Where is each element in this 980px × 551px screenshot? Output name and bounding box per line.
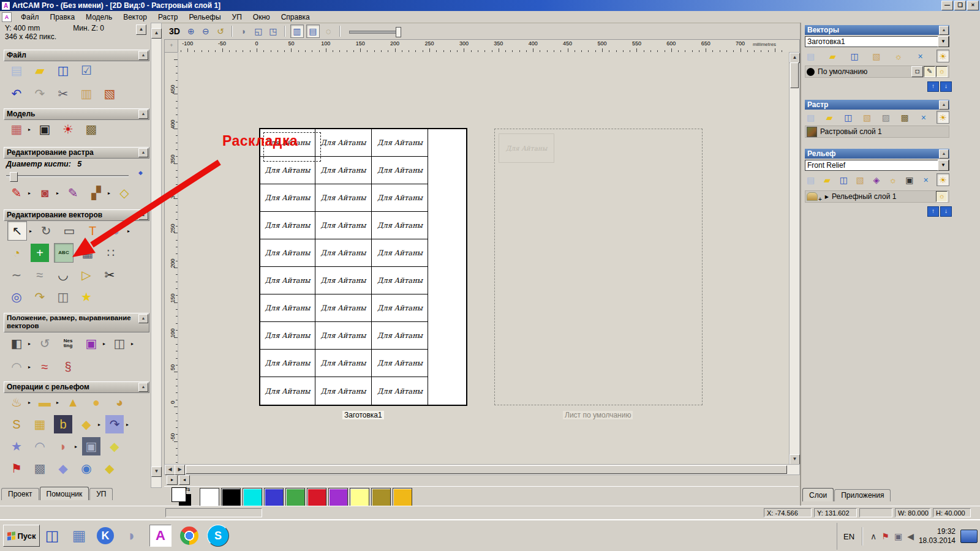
envelope-relief-icon[interactable]: ▩ <box>31 459 49 478</box>
offset-relief-icon[interactable]: ◆ <box>105 437 124 455</box>
canvas-vertical-scrollbar[interactable]: ▲ ▼ <box>789 52 800 465</box>
relief-side-dropdown[interactable]: Front Relief ▼ <box>805 160 949 171</box>
merge-relief-layers-icon[interactable]: ▧ <box>854 174 866 186</box>
layer-bulb-icon[interactable]: ☼ <box>936 66 948 77</box>
tab-Слои[interactable]: Слои <box>802 488 834 501</box>
minimize-button[interactable]: — <box>941 1 953 10</box>
fillet-tool-icon[interactable]: ◡ <box>54 266 72 284</box>
primary-colour-swatch[interactable] <box>172 487 186 502</box>
text-on-curve-icon[interactable]: ↺ <box>36 334 54 353</box>
new-relief-layer-icon[interactable]: ▤ <box>805 174 816 186</box>
flyout-arrow-icon[interactable]: ▸ <box>28 127 31 132</box>
flip-relief-icon[interactable]: ↷ <box>105 415 124 433</box>
media-app-icon[interactable]: ◗ <box>123 527 141 545</box>
vector-text-cell[interactable]: Для Айтаны <box>372 322 428 350</box>
section-vector-edit-header[interactable]: Редактирование векторов ▲ <box>4 209 149 221</box>
snap-layer-icon[interactable]: ✎ <box>924 66 935 77</box>
collapse-icon[interactable]: ▲ <box>138 110 148 119</box>
colour-swatch[interactable] <box>243 488 262 506</box>
save-vector-layer-icon[interactable]: ◫ <box>849 50 861 62</box>
texture-relief-icon[interactable]: ◗ <box>54 437 72 455</box>
zoom-slider-track[interactable] <box>349 31 399 34</box>
volume-icon[interactable]: ◀ <box>907 531 914 541</box>
zoom-in-icon[interactable]: ⊕ <box>185 25 197 37</box>
distort-vectors-icon[interactable]: ≈ <box>36 358 54 376</box>
scroll-right-icon[interactable]: ▶ <box>175 465 185 475</box>
trim-vectors-icon[interactable]: ✂ <box>100 266 119 284</box>
primary-secondary-colour[interactable]: ⇆ <box>170 487 192 507</box>
vector-text-cell[interactable]: Для Айтаны <box>260 212 315 239</box>
menu-Вектор[interactable]: Вектор <box>118 12 153 23</box>
delete-relief-layer-icon[interactable]: × <box>920 174 932 186</box>
colour-swatch[interactable] <box>328 488 348 506</box>
redo-icon[interactable]: ↷ <box>31 84 49 103</box>
polyline-tool-icon[interactable]: ∼ <box>7 266 26 284</box>
lock-layer-icon[interactable]: ◘ <box>911 66 923 77</box>
menu-УП[interactable]: УП <box>227 12 247 23</box>
vector-text-cell[interactable]: Для Айтаны <box>372 350 428 377</box>
toggle-bitmap-visible-icon[interactable]: ▤ <box>306 24 320 38</box>
vector-text-cell[interactable]: Для Айтаны <box>315 212 372 239</box>
block-copy-icon[interactable]: ABC <box>54 243 74 263</box>
arc-fit-icon[interactable]: ▷ <box>77 266 96 284</box>
menu-Файл[interactable]: Файл <box>15 12 45 23</box>
smooth-plane-icon[interactable]: ◆ <box>54 459 72 478</box>
open-raster-layer-icon[interactable]: ▰ <box>824 111 835 123</box>
offset-vectors-icon[interactable]: ∷ <box>102 244 120 262</box>
fill-vectors-icon[interactable]: ◒ <box>107 222 125 240</box>
canvas-2d-view[interactable]: Для АйтаныДля АйтаныДля АйтаныДля Айтаны… <box>178 52 790 464</box>
flyout-arrow-icon[interactable]: ▸ <box>28 341 31 347</box>
copy-icon[interactable]: ▥ <box>77 84 96 103</box>
tab-Приложения[interactable]: Приложения <box>834 489 891 501</box>
flyout-arrow-icon[interactable]: ▸ <box>127 228 130 234</box>
close-button[interactable]: × <box>967 1 979 10</box>
inflate-relief-icon[interactable]: ● <box>87 393 105 411</box>
group-vectors-icon[interactable]: ▣ <box>82 334 100 353</box>
add-plane-icon[interactable]: ▬ <box>36 393 54 411</box>
vector-layer-row[interactable]: По умолчанию ◘✎☼ <box>805 66 949 78</box>
skype-app-icon[interactable]: S <box>207 525 229 547</box>
menu-Рельефы[interactable]: Рельефы <box>183 12 226 23</box>
bitmap-to-vector-icon[interactable]: ◇ <box>115 184 134 202</box>
vector-sheet-dropdown[interactable]: Заготовка1 ▼ <box>805 36 949 47</box>
raster-layer-row[interactable]: Растровый слой 1 <box>805 126 949 138</box>
assistant-scroll-up-button[interactable]: ▲ <box>136 24 146 35</box>
two-rail-sweep-icon[interactable]: ◆ <box>77 415 96 433</box>
new-raster-layer-icon[interactable]: ▤ <box>805 111 816 123</box>
collapse-icon[interactable]: ▲ <box>138 314 148 323</box>
scroll-left-icon[interactable]: ◀ <box>165 465 175 475</box>
vector-text-cell[interactable]: Для Айтаны <box>260 239 315 267</box>
zoom-rect-icon[interactable]: ◱ <box>252 25 265 37</box>
text-tool-icon[interactable]: T <box>83 222 102 240</box>
flyout-arrow-icon[interactable]: ▸ <box>56 400 59 405</box>
lighting-icon[interactable]: ☀ <box>59 120 77 138</box>
dropdown-arrow-icon[interactable]: ▼ <box>938 160 949 171</box>
flyout-arrow-icon[interactable]: ▸ <box>28 190 31 196</box>
vector-doctor-icon[interactable]: + <box>31 244 49 262</box>
scroll-up-icon[interactable]: ▲ <box>151 28 162 39</box>
measure-icon[interactable]: ◔ <box>7 244 26 262</box>
face-wizard-icon[interactable]: ▣ <box>82 437 100 455</box>
load-image-icon[interactable]: ▩ <box>82 120 100 138</box>
flyout-arrow-icon[interactable]: ▸ <box>131 341 134 347</box>
zoom-slider[interactable] <box>349 27 402 36</box>
raster-image-icon[interactable]: ▩ <box>899 111 911 123</box>
palette-back-icon[interactable]: ◂ <box>179 475 190 485</box>
weave-relief-icon[interactable]: ▦ <box>31 415 49 433</box>
zoom-object-icon[interactable]: ◌ <box>322 25 334 37</box>
flood-fill-icon[interactable]: ◙ <box>36 184 54 202</box>
section-model-header[interactable]: Модель ▲ <box>4 108 149 120</box>
relief-wizard-icon[interactable]: ♨ <box>7 393 26 411</box>
rectangle-tool-icon[interactable]: ▭ <box>60 222 78 240</box>
vector-text-cell[interactable]: Для Айтаны <box>260 267 315 294</box>
vector-text-cell[interactable]: Для Айтаны <box>315 184 372 212</box>
vector-text-cell[interactable]: Для Айтаны <box>372 294 428 322</box>
artcam-app-icon[interactable]: A <box>149 525 172 547</box>
vector-text-cell[interactable]: Для Айтаны <box>372 157 428 184</box>
error-flag-icon[interactable]: ⚑ <box>881 531 889 541</box>
vector-text-cell[interactable]: Для Айтаны <box>315 350 372 377</box>
new-model-icon[interactable]: ▤ <box>7 61 26 80</box>
menu-Правка[interactable]: Правка <box>45 12 81 23</box>
relief-panel-header[interactable]: Рельеф ▲ <box>805 149 949 159</box>
colour-swatch[interactable] <box>221 488 241 506</box>
